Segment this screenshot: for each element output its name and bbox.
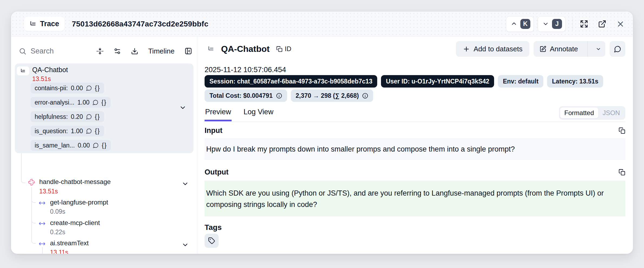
format-option-json[interactable]: JSON bbox=[598, 108, 624, 118]
message-bubble-icon bbox=[93, 99, 98, 105]
trace-type-label: Trace bbox=[40, 20, 59, 28]
score-braces: {} bbox=[95, 128, 100, 135]
annotate-dropdown-button[interactable] bbox=[591, 41, 605, 57]
button-divider bbox=[587, 41, 588, 57]
score-label: contains-pii: bbox=[35, 85, 68, 92]
span-duration: 13.51s bbox=[39, 188, 58, 195]
score-value: 0.00 bbox=[71, 85, 83, 92]
trace-id: 75013d62668a43747ac73cd2e259bbfc bbox=[72, 20, 209, 28]
fan-icon bbox=[28, 179, 35, 186]
annotate-button[interactable]: Annotate bbox=[534, 41, 584, 57]
token-usage-badge: 2,370 → 298 (∑ 2,668) bbox=[291, 89, 373, 102]
tree-node-span[interactable]: create-mcp-client bbox=[50, 219, 100, 227]
collapse-all-button[interactable] bbox=[96, 48, 104, 55]
score-label: is_same_lan... bbox=[35, 142, 75, 149]
expand-icon bbox=[580, 20, 588, 28]
titlebar-divider bbox=[573, 18, 573, 31]
download-button[interactable] bbox=[131, 48, 138, 55]
arrows-horizontal-icon bbox=[39, 240, 45, 247]
score-value: 1.00 bbox=[77, 99, 90, 106]
list-tree-icon bbox=[29, 20, 37, 28]
collapse-panel-button[interactable] bbox=[185, 47, 192, 55]
expand-button[interactable] bbox=[580, 20, 588, 28]
titlebar: Trace 75013d62668a43747ac73cd2e259bbfc K… bbox=[11, 12, 633, 36]
span-duration: 0.22s bbox=[50, 229, 65, 236]
user-id-badge[interactable]: User ID: u-O1rJy-YrtNCP4i7q3kS42 bbox=[381, 75, 494, 88]
chevron-down-icon bbox=[596, 46, 601, 52]
view-tabs: Preview Log View Formatted JSON bbox=[205, 106, 625, 122]
copy-id-button[interactable]: ID bbox=[276, 45, 291, 53]
info-icon[interactable] bbox=[362, 93, 368, 99]
add-to-datasets-label: Add to datasets bbox=[474, 45, 523, 53]
tree-node-span[interactable]: handle-chatbot-message bbox=[39, 178, 111, 186]
output-content: Which SDK are you using (Python or JS/TS… bbox=[205, 181, 625, 216]
tree-settings-button[interactable] bbox=[114, 48, 121, 55]
fold-vertical-icon bbox=[96, 48, 104, 55]
add-to-datasets-button[interactable]: Add to datasets bbox=[456, 41, 529, 57]
copy-icon[interactable] bbox=[619, 127, 625, 134]
chevron-down-icon[interactable] bbox=[182, 180, 189, 187]
chevron-up-icon bbox=[511, 21, 517, 27]
search-input[interactable]: Search bbox=[19, 47, 96, 55]
panel-collapse-icon bbox=[185, 47, 192, 55]
score-badge[interactable]: helpfulness: 0.20 {} bbox=[31, 111, 104, 122]
message-bubble-icon bbox=[93, 142, 99, 148]
trace-node-chip bbox=[17, 66, 29, 75]
span-duration: 0.09s bbox=[50, 208, 65, 215]
format-option-formatted[interactable]: Formatted bbox=[560, 108, 598, 118]
chevron-down-icon[interactable] bbox=[179, 104, 186, 111]
tags-heading: Tags bbox=[205, 223, 222, 232]
input-text: Hpw do I break my prompts down into smal… bbox=[205, 143, 517, 155]
plus-icon bbox=[463, 45, 470, 53]
score-badge[interactable]: contains-pii: 0.00 {} bbox=[31, 83, 104, 93]
score-braces: {} bbox=[101, 99, 107, 106]
download-icon bbox=[131, 48, 138, 55]
tree-node-span[interactable]: ai.streamText bbox=[50, 239, 89, 247]
timeline-toggle[interactable]: Timeline bbox=[148, 47, 175, 55]
tab-preview[interactable]: Preview bbox=[205, 106, 232, 121]
chevron-down-icon bbox=[542, 21, 549, 27]
page-title: QA-Chatbot bbox=[221, 44, 270, 54]
session-badge[interactable]: Session: chat_60587aef-6baa-4973-a73c-b9… bbox=[205, 75, 377, 88]
score-value: 0.00 bbox=[78, 142, 90, 149]
comment-icon bbox=[614, 45, 621, 53]
latency-badge: Latency: 13.51s bbox=[547, 75, 603, 88]
trace-timestamp: 2025-11-12 10:57:06.454 bbox=[205, 66, 286, 74]
tree-node-span[interactable]: get-langfuse-prompt bbox=[50, 199, 108, 206]
score-badge[interactable]: error-analysi... 1.00 {} bbox=[31, 97, 111, 108]
message-bubble-icon bbox=[86, 128, 92, 134]
score-label: helpfulness: bbox=[35, 113, 68, 120]
score-braces: {} bbox=[102, 142, 107, 149]
trace-detail-window: Trace 75013d62668a43747ac73cd2e259bbfc K… bbox=[11, 11, 633, 254]
score-badge[interactable]: is_question: 1.00 {} bbox=[31, 126, 104, 136]
search-placeholder: Search bbox=[31, 47, 54, 55]
score-value: 1.00 bbox=[71, 128, 83, 135]
format-toggle: Formatted JSON bbox=[559, 106, 625, 120]
close-button[interactable] bbox=[616, 20, 625, 28]
add-tag-button[interactable] bbox=[205, 234, 219, 248]
tab-log-view[interactable]: Log View bbox=[243, 106, 274, 120]
edit-icon bbox=[540, 46, 546, 52]
list-tree-icon bbox=[207, 45, 215, 53]
next-trace-button[interactable]: J bbox=[538, 16, 566, 32]
env-badge: Env: default bbox=[498, 75, 543, 88]
open-external-button[interactable] bbox=[598, 20, 606, 28]
comments-button[interactable] bbox=[610, 41, 625, 57]
sliders-icon bbox=[114, 48, 121, 55]
prev-trace-button[interactable]: K bbox=[506, 16, 534, 32]
info-icon[interactable] bbox=[276, 93, 282, 99]
close-icon bbox=[616, 20, 625, 28]
arrows-horizontal-icon bbox=[39, 200, 45, 206]
tree-node-root[interactable]: QA-Chatbot 13.51s contains-pii: 0.00 {} … bbox=[15, 63, 193, 153]
span-tree: QA-Chatbot 13.51s contains-pii: 0.00 {} … bbox=[11, 60, 197, 254]
external-link-icon bbox=[598, 20, 606, 28]
score-badge[interactable]: is_same_lan... 0.00 {} bbox=[31, 140, 111, 151]
span-duration: 13.11s bbox=[50, 249, 68, 254]
chevron-down-icon[interactable] bbox=[182, 241, 189, 249]
shortcut-key-k: K bbox=[520, 19, 530, 29]
message-bubble-icon bbox=[86, 85, 92, 91]
annotate-label: Annotate bbox=[550, 45, 578, 53]
copy-icon[interactable] bbox=[619, 169, 625, 176]
trace-tree-panel: Search Timeline QA-Chatbot bbox=[11, 36, 197, 254]
tree-toolbar: Search Timeline bbox=[19, 43, 192, 59]
